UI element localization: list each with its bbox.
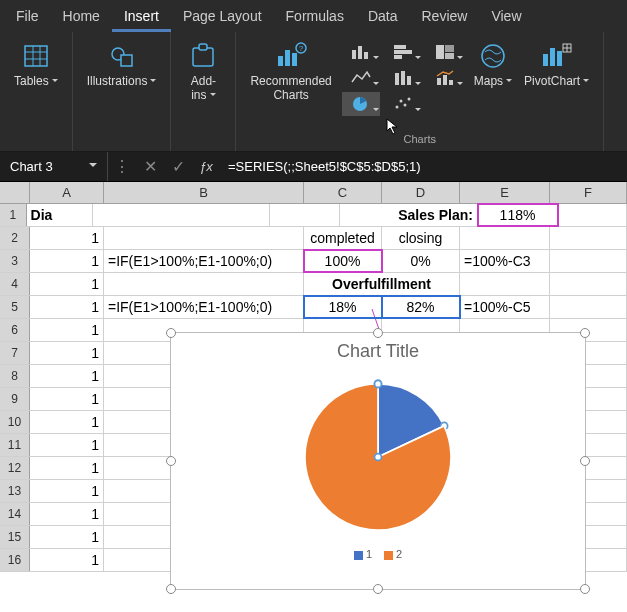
row-header-14[interactable]: 14 [0,503,30,525]
tab-review[interactable]: Review [410,0,480,32]
illustrations-button[interactable]: Illustrations [81,36,163,92]
cell-A14[interactable]: 1 [30,503,104,525]
resize-handle-w[interactable] [166,456,176,466]
name-box[interactable]: Chart 3 [0,152,108,181]
cell-A4[interactable]: 1 [30,273,104,295]
row-header-6[interactable]: 6 [0,319,30,341]
cell-A3[interactable]: 1 [30,250,104,272]
row-header-16[interactable]: 16 [0,549,30,571]
row-header-3[interactable]: 3 [0,250,30,272]
fx-icon[interactable]: ƒx [192,159,220,174]
cell-A1[interactable]: Dia [27,204,93,226]
hierarchy-chart-button[interactable] [426,40,464,64]
cell-D3[interactable]: 0% [382,250,460,272]
tab-insert[interactable]: Insert [112,0,171,32]
resize-handle-s[interactable] [373,584,383,594]
row-header-5[interactable]: 5 [0,296,30,318]
column-chart-button[interactable] [342,40,380,64]
cell-A2[interactable]: 1 [30,227,104,249]
row-header-10[interactable]: 10 [0,411,30,433]
cell-A10[interactable]: 1 [30,411,104,433]
col-F[interactable]: F [550,182,627,203]
cell-C4[interactable]: Overfulfillment [304,273,460,295]
row-header-12[interactable]: 12 [0,457,30,479]
row-header-15[interactable]: 15 [0,526,30,548]
col-C[interactable]: C [304,182,382,203]
cell-F4[interactable] [550,273,627,295]
chart-plot-area[interactable] [171,366,585,544]
name-box-more[interactable]: ⋮ [108,152,136,181]
cell-E4[interactable] [460,273,550,295]
tab-page-layout[interactable]: Page Layout [171,0,274,32]
row-header-1[interactable]: 1 [0,204,27,226]
col-E[interactable]: E [460,182,550,203]
cell-A9[interactable]: 1 [30,388,104,410]
cell-A13[interactable]: 1 [30,480,104,502]
formula-input[interactable] [220,152,627,181]
tab-home[interactable]: Home [51,0,112,32]
cell-D5[interactable]: 82% [382,296,460,318]
cell-A15[interactable]: 1 [30,526,104,548]
cell-A5[interactable]: 1 [30,296,104,318]
cancel-button[interactable]: ✕ [136,152,164,181]
cell-B3[interactable]: =IF(E1>100%;E1-100%;0) [104,250,304,272]
combo-chart-button[interactable] [426,66,464,90]
scatter-chart-button[interactable] [384,92,422,116]
bar-chart-button[interactable] [384,40,422,64]
pivotchart-button[interactable]: PivotChart [518,36,595,92]
addins-button[interactable]: Add- ins [179,36,227,106]
chart-legend[interactable]: 1 2 [171,544,585,564]
cell-A7[interactable]: 1 [30,342,104,364]
cell-B1[interactable] [93,204,270,226]
tab-data[interactable]: Data [356,0,410,32]
cell-C2[interactable]: completed [304,227,382,249]
tab-formulas[interactable]: Formulas [274,0,356,32]
cell-F2[interactable] [550,227,627,249]
resize-handle-n[interactable] [373,328,383,338]
cell-A16[interactable]: 1 [30,549,104,571]
embedded-chart[interactable]: Chart Title 1 2 [170,332,586,590]
cell-A8[interactable]: 1 [30,365,104,387]
cell-F1[interactable] [558,204,627,226]
recommended-charts-button[interactable]: ? Recommended Charts [244,36,337,106]
enter-button[interactable]: ✓ [164,152,192,181]
cell-D2[interactable]: closing [382,227,460,249]
cell-E3[interactable]: =100%-C3 [460,250,550,272]
stat-chart-button[interactable] [384,66,422,90]
cell-C5[interactable]: 18% [304,296,382,318]
tab-view[interactable]: View [479,0,533,32]
tables-button[interactable]: Tables [8,36,64,92]
select-all-corner[interactable] [0,182,30,203]
cell-E2[interactable] [460,227,550,249]
cell-A11[interactable]: 1 [30,434,104,456]
pie-chart-button[interactable] [342,92,380,116]
cell-E1[interactable]: 118% [478,204,558,226]
line-chart-button[interactable] [342,66,380,90]
col-A[interactable]: A [30,182,104,203]
resize-handle-sw[interactable] [166,584,176,594]
cell-B2[interactable] [104,227,304,249]
tab-file[interactable]: File [4,0,51,32]
cell-F5[interactable] [550,296,627,318]
row-header-8[interactable]: 8 [0,365,30,387]
cell-B4[interactable] [104,273,304,295]
row-header-13[interactable]: 13 [0,480,30,502]
row-header-4[interactable]: 4 [0,273,30,295]
cell-A6[interactable]: 1 [30,319,104,341]
cell-B5[interactable]: =IF(E1>100%;E1-100%;0) [104,296,304,318]
row-header-7[interactable]: 7 [0,342,30,364]
col-B[interactable]: B [104,182,304,203]
col-D[interactable]: D [382,182,460,203]
cell-F3[interactable] [550,250,627,272]
cell-A12[interactable]: 1 [30,457,104,479]
maps-button[interactable]: Maps [468,36,518,92]
cell-C3[interactable]: 100% [304,250,382,272]
row-header-11[interactable]: 11 [0,434,30,456]
cell-D1[interactable]: Sales Plan: [340,204,478,226]
row-header-9[interactable]: 9 [0,388,30,410]
resize-handle-ne[interactable] [580,328,590,338]
resize-handle-se[interactable] [580,584,590,594]
resize-handle-nw[interactable] [166,328,176,338]
resize-handle-e[interactable] [580,456,590,466]
row-header-2[interactable]: 2 [0,227,30,249]
